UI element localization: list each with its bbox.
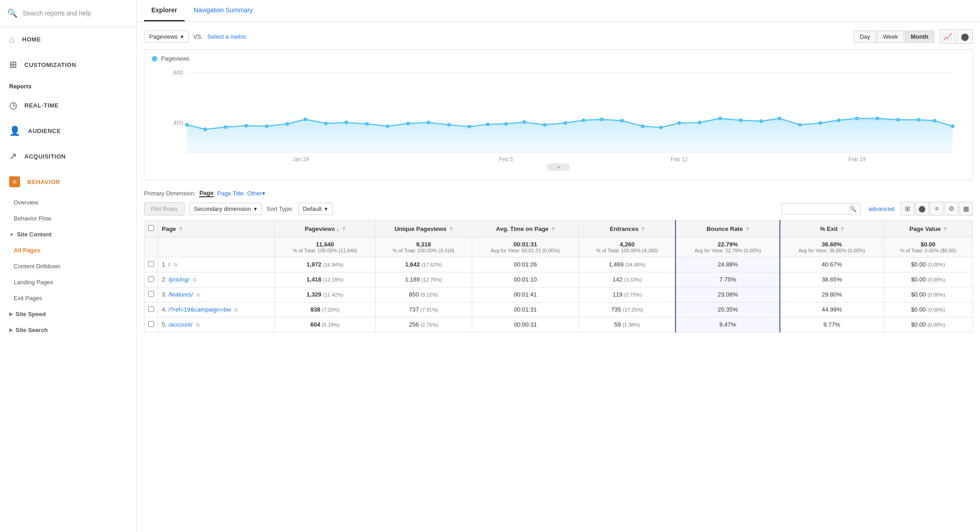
sidebar-item-landing-pages[interactable]: Landing Pages xyxy=(0,274,136,290)
table-search-box[interactable]: 🔍 xyxy=(781,203,861,215)
dim-other-dropdown[interactable]: Other ▾ xyxy=(247,190,265,197)
metric-dropdown[interactable]: Pageviews ▾ xyxy=(144,31,189,43)
unique-help-icon[interactable]: ? xyxy=(449,226,453,232)
bounce-help-icon[interactable]: ? xyxy=(746,226,749,232)
settings-view-btn[interactable]: ⚙ xyxy=(944,202,958,215)
sidebar-item-exit-pages[interactable]: Exit Pages xyxy=(0,290,136,306)
pie-chart-btn[interactable]: ⬤ xyxy=(957,29,973,44)
sidebar-item-all-pages[interactable]: All Pages xyxy=(0,242,136,258)
sidebar-item-audience[interactable]: 👤 AUDIENCE xyxy=(0,118,136,143)
content-area: Pageviews ▾ VS. Select a metric Day Week… xyxy=(137,22,980,532)
row4-page-link[interactable]: /?ref=19&campaign=bw xyxy=(168,306,231,313)
page-help-icon[interactable]: ? xyxy=(179,226,182,232)
secondary-dimension-dropdown[interactable]: Secondary dimension ▾ xyxy=(189,203,262,215)
row1-upv-pct: (17.62%) xyxy=(422,262,442,267)
row1-ent: 1,469 xyxy=(609,261,624,268)
sidebar-section-site-speed[interactable]: ▶ Site Speed xyxy=(0,306,136,322)
row4-copy-icon[interactable]: ⧉ xyxy=(234,307,238,312)
row1-unique: 1,642 (17.62%) xyxy=(375,257,472,272)
svg-text:Feb 19: Feb 19 xyxy=(848,156,866,163)
chart-scroll-btn[interactable]: ▾ xyxy=(547,164,570,171)
row5-entrances: 59 (1.38%) xyxy=(579,317,676,332)
row2-page-link[interactable]: /pricing/ xyxy=(168,276,189,283)
row4-check[interactable] xyxy=(148,306,154,312)
row2-at: 00:01:10 xyxy=(514,276,537,283)
search-icon: 🔍 xyxy=(7,8,17,18)
row4-pagevalue: $0.00 (0.00%) xyxy=(883,302,972,317)
dim-page-link[interactable]: Page xyxy=(199,189,213,197)
site-search-label: Site Search xyxy=(15,327,48,333)
total-unique: 9,318 xyxy=(379,241,468,248)
row1-bounce: 24.88% xyxy=(676,257,779,272)
table-search-input[interactable] xyxy=(785,205,849,212)
row3-copy-icon[interactable]: ⧉ xyxy=(196,292,200,297)
behavior-icon-block: ≡ xyxy=(9,176,20,187)
totals-page-cell xyxy=(158,237,275,257)
row5-copy-icon[interactable]: ⧉ xyxy=(196,322,200,327)
svg-text:Jan 29: Jan 29 xyxy=(293,156,309,163)
row2-copy-icon[interactable]: ⧉ xyxy=(193,277,196,282)
pageviews-help-icon[interactable]: ? xyxy=(342,226,346,232)
row3-page-link[interactable]: /features/ xyxy=(168,291,193,298)
sidebar-section-site-search[interactable]: ▶ Site Search xyxy=(0,322,136,338)
collapse-arrow-icon-search: ▶ xyxy=(9,327,13,333)
scroll-arrow-icon: ▾ xyxy=(557,165,560,170)
dim-page-title-link[interactable]: Page Title xyxy=(217,190,244,197)
row5-pval: $0.00 xyxy=(911,321,926,328)
select-all-checkbox[interactable] xyxy=(148,225,154,231)
advanced-link[interactable]: advanced xyxy=(869,205,894,212)
sidebar-item-acquisition[interactable]: ↗ ACQUISITION xyxy=(0,143,136,169)
row3-check[interactable] xyxy=(148,291,154,297)
row1-num: 1. xyxy=(162,261,167,268)
line-chart-btn[interactable]: 📈 xyxy=(940,29,955,44)
search-bar[interactable]: 🔍 Search reports and help xyxy=(0,0,136,27)
sidebar-item-home[interactable]: ⌂ HOME xyxy=(0,27,136,52)
avgtime-help-icon[interactable]: ? xyxy=(552,226,555,232)
row1-copy-icon[interactable]: ⧉ xyxy=(174,262,177,267)
svg-point-27 xyxy=(620,119,624,123)
table-row: 1. / ⧉ 1,972 (16.94%) 1,642 (17.62%) 00:… xyxy=(144,257,973,272)
sidebar-item-overview[interactable]: Overview xyxy=(0,194,136,210)
row3-num: 3. xyxy=(162,291,167,298)
row4-upv: 737 xyxy=(409,306,419,313)
svg-point-17 xyxy=(427,121,430,124)
row5-page: 5. /account/ ⧉ xyxy=(158,317,275,332)
svg-point-14 xyxy=(365,122,369,126)
row2-pval-pct: (0.00%) xyxy=(928,277,945,282)
tab-explorer[interactable]: Explorer xyxy=(144,0,185,21)
table-view-btn[interactable]: ▦ xyxy=(959,202,973,215)
landing-pages-label: Landing Pages xyxy=(14,279,53,286)
bar-view-btn[interactable]: ≡ xyxy=(930,202,944,215)
sidebar-section-site-content[interactable]: ▼ Site Content xyxy=(0,226,136,242)
sort-type-dropdown[interactable]: Default ▾ xyxy=(298,203,333,215)
row1-check[interactable] xyxy=(148,261,154,267)
grid-view-btn[interactable]: ⊞ xyxy=(901,202,914,215)
total-entrances-sub: % of Total: 100.00% (4,260) xyxy=(583,248,671,253)
row1-page-link[interactable]: / xyxy=(168,261,170,268)
sidebar-item-behavior-flow[interactable]: Behavior Flow xyxy=(0,210,136,226)
pagevalue-help-icon[interactable]: ? xyxy=(944,226,947,232)
sidebar-item-realtime[interactable]: ◷ REAL-TIME xyxy=(0,92,136,118)
sidebar-item-content-drilldown[interactable]: Content Drilldown xyxy=(0,258,136,274)
select-metric-link[interactable]: Select a metric xyxy=(207,33,247,40)
pie-view-btn[interactable]: ⬤ xyxy=(915,202,929,215)
time-btn-day[interactable]: Day xyxy=(854,31,876,43)
row5-check[interactable] xyxy=(148,321,154,327)
realtime-icon: ◷ xyxy=(9,100,17,111)
customization-icon: ⊞ xyxy=(9,59,17,70)
row2-check[interactable] xyxy=(148,276,154,282)
plot-rows-button[interactable]: Plot Rows xyxy=(144,202,185,215)
row5-page-link[interactable]: /account/ xyxy=(168,321,192,328)
exit-help-icon[interactable]: ? xyxy=(841,226,844,232)
sidebar-item-customization[interactable]: ⊞ CUSTOMIZATION xyxy=(0,52,136,77)
tab-nav-summary[interactable]: Navigation Summary xyxy=(186,0,260,21)
svg-point-32 xyxy=(718,117,722,120)
svg-point-40 xyxy=(876,117,879,120)
entrances-help-icon[interactable]: ? xyxy=(641,226,645,232)
time-btn-week[interactable]: Week xyxy=(877,31,904,43)
row2-pv: 1,418 xyxy=(307,276,322,283)
row3-at: 00:01:41 xyxy=(514,291,537,298)
row2-br: 7.75% xyxy=(719,276,736,283)
sidebar-item-behavior[interactable]: ≡ BEHAVIOR xyxy=(0,169,136,194)
time-btn-month[interactable]: Month xyxy=(905,31,934,43)
